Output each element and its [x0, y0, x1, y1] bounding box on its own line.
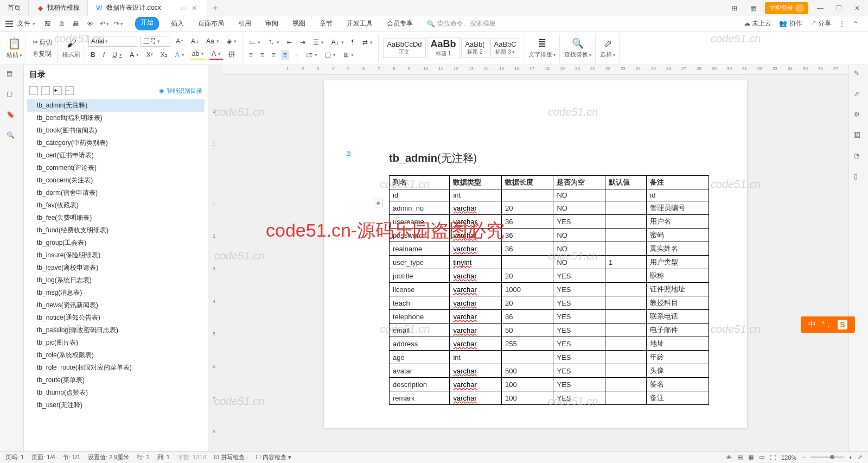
table-cell[interactable]: username — [390, 215, 450, 229]
font-color-icon[interactable]: A — [209, 49, 223, 60]
table-cell[interactable]: YES — [553, 337, 605, 351]
outline-item[interactable]: tb_fee(欠费明细表) — [27, 212, 205, 224]
table-cell[interactable]: YES — [553, 283, 605, 296]
table-row[interactable]: ageintYES年龄 — [390, 351, 709, 364]
table-cell[interactable]: 20 — [501, 269, 553, 283]
text-effect-icon[interactable]: A — [173, 50, 187, 60]
view-outline-icon[interactable]: ▭ — [759, 454, 764, 461]
table-cell[interactable]: varchar — [450, 201, 502, 215]
status-spellcheck[interactable]: ☑ 拼写检查 · — [214, 453, 248, 461]
outline-item[interactable]: tb_role_route(权限对应的菜单表) — [27, 361, 205, 374]
table-cell[interactable]: password — [390, 229, 450, 242]
table-cell[interactable] — [501, 189, 553, 201]
table-row[interactable]: realnamevarchar36NO真实姓名 — [390, 242, 709, 256]
table-cell[interactable]: 签名 — [647, 378, 709, 391]
login-button[interactable]: 立即登录 — [765, 2, 808, 14]
table-cell[interactable] — [605, 378, 646, 391]
outline-item[interactable]: tb_benefit(福利明细表) — [27, 112, 205, 124]
table-cell[interactable]: NO — [553, 201, 605, 215]
table-row[interactable]: passwordvarchar36NO密码 — [390, 229, 709, 242]
search-icon[interactable]: 🔍 — [7, 131, 17, 142]
table-cell[interactable]: varchar — [450, 337, 502, 351]
table-cell[interactable]: YES — [553, 269, 605, 283]
table-cell[interactable]: license — [390, 283, 450, 296]
table-cell[interactable]: varchar — [450, 324, 502, 337]
highlight-icon[interactable]: ab — [190, 49, 206, 60]
table-cell[interactable]: int — [450, 189, 502, 201]
table-cell[interactable]: 50 — [501, 324, 553, 337]
table-cell[interactable]: id — [390, 189, 450, 201]
table-cell[interactable]: 36 — [501, 215, 553, 229]
table-cell[interactable]: 255 — [501, 337, 553, 351]
style-h1[interactable]: AaBb标题 1 — [427, 37, 460, 59]
preview-icon[interactable]: 👁 — [85, 19, 95, 29]
status-pageno[interactable]: 页码: 1 — [5, 453, 24, 461]
pen-icon[interactable]: ✎ — [854, 69, 864, 79]
undo-icon[interactable]: ↶ — [99, 19, 109, 29]
view-print-icon[interactable]: ▤ — [737, 454, 743, 461]
align-center-icon[interactable]: ≡ — [258, 50, 266, 60]
tabs-icon[interactable]: ⇄ — [360, 37, 375, 47]
outline-item[interactable]: tb_dorm(宿舍申请表) — [27, 187, 205, 199]
database-table[interactable]: 列名数据类型数据长度是否为空默认值备注idintNOidadmin_novarc… — [389, 175, 709, 405]
ribbon-tab-start[interactable]: 开始 — [135, 17, 159, 30]
table-cell[interactable]: YES — [553, 391, 605, 405]
table-cell[interactable] — [605, 215, 646, 229]
outline-item[interactable]: tb_thumb(点赞表) — [27, 386, 205, 399]
zoom-out-button[interactable]: − — [802, 454, 805, 461]
phonetic-icon[interactable]: 拼 — [226, 49, 237, 60]
table-cell[interactable]: tinyint — [450, 256, 502, 269]
table-cell[interactable] — [605, 364, 646, 378]
table-cell[interactable]: 100 — [501, 378, 553, 391]
more-icon[interactable]: ⋮ — [839, 20, 845, 28]
table-move-handle[interactable]: ✥ — [374, 199, 382, 207]
superscript-button[interactable]: X² — [144, 50, 155, 60]
timer-icon[interactable]: ◔ — [854, 152, 864, 162]
status-section[interactable]: 节: 1/1 — [63, 453, 80, 461]
outline-tool-1[interactable] — [29, 86, 38, 95]
select-group[interactable]: ⬀ 选择 — [597, 34, 620, 63]
outline-item[interactable]: tb_fav(收藏表) — [27, 199, 205, 212]
format-painter-button[interactable]: 格式刷 — [62, 50, 80, 59]
table-cell[interactable]: 密码 — [647, 229, 709, 242]
table-cell[interactable]: YES — [553, 364, 605, 378]
table-cell[interactable]: varchar — [450, 242, 502, 256]
image-icon[interactable]: 🖼 — [854, 131, 864, 141]
table-row[interactable]: user_typetinyintNO1用户类型 — [390, 256, 709, 269]
view-web-icon[interactable]: ▦ — [748, 454, 754, 461]
outline-item[interactable]: tb_category(中药类别表) — [27, 137, 205, 149]
table-cell[interactable]: int — [450, 351, 502, 364]
table-row[interactable]: idintNOid — [390, 189, 709, 201]
table-cell[interactable]: YES — [553, 324, 605, 337]
hamburger-icon[interactable] — [4, 20, 14, 28]
bold-button[interactable]: B — [88, 50, 98, 60]
copy-button[interactable]: ⎘ 复制 — [31, 48, 54, 60]
outline-item[interactable]: tb_user(无注释) — [27, 399, 205, 411]
table-cell[interactable]: 证件照地址 — [647, 283, 709, 296]
outline-item[interactable]: tb_insure(保险明细表) — [27, 249, 205, 262]
font-name-select[interactable]: Arial — [88, 36, 137, 47]
zoom-in-button[interactable]: + — [849, 454, 852, 461]
paste-icon[interactable]: 📋 — [8, 37, 21, 50]
status-page[interactable]: 页面: 1/4 — [31, 453, 55, 461]
table-row[interactable]: usernamevarchar36YES用户名 — [390, 215, 709, 229]
table-cell[interactable]: 36 — [501, 229, 553, 242]
table-cell[interactable] — [501, 256, 553, 269]
share-button[interactable]: ↗ 分享 — [810, 19, 831, 28]
table-cell[interactable] — [605, 324, 646, 337]
close-icon[interactable]: ✕ — [192, 4, 199, 12]
cloud-status[interactable]: ☁ 未上云 — [744, 19, 771, 28]
indent-inc-icon[interactable]: ⇥ — [298, 37, 308, 47]
phone-icon[interactable]: ▯ — [854, 173, 864, 182]
tab-templates[interactable]: ◆ 找稻壳模板 — [29, 0, 88, 16]
table-cell[interactable]: 20 — [501, 296, 553, 310]
align-right-icon[interactable]: ≡ — [270, 50, 278, 60]
table-cell[interactable]: NO — [553, 229, 605, 242]
outline-item[interactable]: tb_comment(评论表) — [27, 162, 205, 174]
ribbon-tab-review[interactable]: 审阅 — [263, 17, 280, 30]
table-row[interactable]: addressvarchar255YES地址 — [390, 337, 709, 351]
borders-icon[interactable]: ⊞ — [341, 50, 356, 60]
table-cell[interactable]: telephone — [390, 310, 450, 324]
status-line[interactable]: 行: 1 — [137, 453, 149, 461]
table-cell[interactable]: 用户名 — [647, 215, 709, 229]
